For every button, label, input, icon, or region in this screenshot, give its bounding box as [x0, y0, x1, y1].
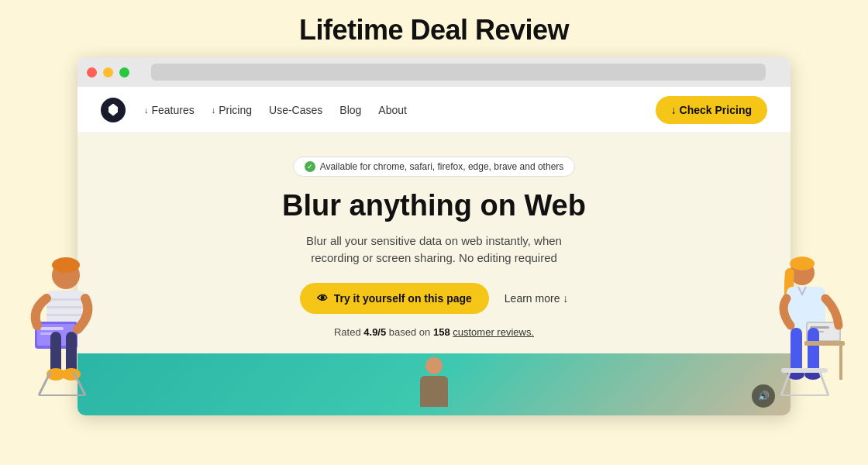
check-icon: ✓: [305, 161, 315, 172]
svg-rect-24: [790, 328, 802, 374]
site-logo: [101, 98, 126, 122]
svg-rect-11: [66, 332, 77, 374]
site-nav: ↓ Features ↓ Pricing Use-Cases Blog Abou…: [78, 87, 790, 133]
nav-about[interactable]: About: [378, 104, 407, 116]
hero-subtitle: Blur all your sensitive data on web inst…: [287, 232, 581, 267]
learn-more-button[interactable]: Learn more ↓: [505, 292, 568, 305]
pricing-arrow-icon: ↓: [212, 105, 216, 115]
svg-rect-4: [46, 306, 85, 308]
hero-actions: 👁 Try it yourself on this page Learn mor…: [93, 283, 775, 314]
hero-title: Blur anything on Web: [93, 189, 775, 223]
person-left-svg: [23, 248, 101, 403]
browser-close-button[interactable]: [87, 67, 97, 78]
person-body: [420, 376, 448, 407]
browser-window: ↓ Features ↓ Pricing Use-Cases Blog Abou…: [78, 57, 790, 415]
nav-pricing[interactable]: ↓ Pricing: [212, 104, 252, 116]
svg-rect-5: [46, 314, 85, 316]
svg-rect-10: [50, 332, 61, 374]
svg-point-18: [790, 257, 815, 270]
features-arrow-icon: ↓: [144, 105, 149, 115]
svg-line-29: [819, 370, 828, 395]
try-it-button[interactable]: 👁 Try it yourself on this page: [300, 283, 489, 314]
svg-line-14: [39, 372, 50, 395]
svg-rect-32: [804, 341, 845, 346]
video-preview: 🔊: [78, 353, 790, 415]
svg-rect-25: [808, 328, 819, 374]
nav-links: ↓ Features ↓ Pricing Use-Cases Blog Abou…: [144, 104, 656, 116]
svg-line-28: [781, 370, 790, 395]
browser-minimize-button[interactable]: [103, 67, 113, 78]
browser-maximize-button[interactable]: [119, 67, 129, 78]
svg-point-1: [52, 257, 80, 273]
eye-icon: 👁: [317, 292, 328, 305]
svg-rect-3: [46, 298, 85, 301]
illustration-right: [767, 248, 845, 403]
nav-use-cases[interactable]: Use-Cases: [269, 104, 322, 116]
hero-rating: Rated 4.9/5 based on 158 customer review…: [93, 326, 775, 338]
nav-features[interactable]: ↓ Features: [144, 104, 195, 116]
person-head: [425, 357, 443, 374]
browser-topbar: [78, 57, 790, 87]
illustration-left: [23, 248, 101, 403]
address-bar[interactable]: [151, 64, 766, 81]
logo-icon: [108, 104, 118, 116]
video-person: [411, 357, 457, 415]
nav-blog[interactable]: Blog: [339, 104, 361, 116]
customer-reviews-link[interactable]: customer reviews.: [453, 326, 534, 338]
compatibility-badge: ✓ Available for chrome, safari, firefox,…: [293, 157, 576, 177]
hero-section: ✓ Available for chrome, safari, firefox,…: [78, 133, 790, 353]
svg-rect-31: [781, 368, 828, 373]
check-pricing-button[interactable]: ↓ Check Pricing: [656, 96, 767, 124]
svg-rect-8: [40, 327, 64, 330]
page-title: Lifetime Deal Review: [0, 0, 868, 57]
person-right-svg: [767, 248, 845, 403]
